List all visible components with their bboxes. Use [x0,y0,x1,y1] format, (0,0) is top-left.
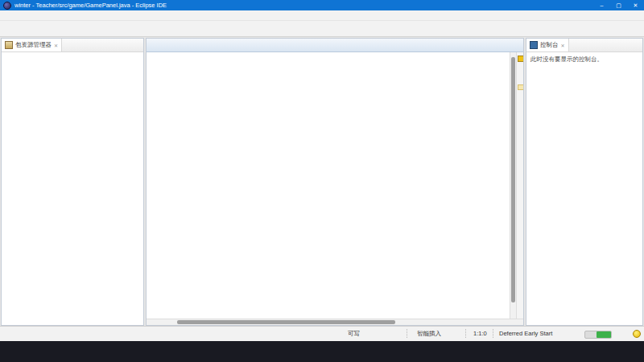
maximize-button[interactable]: ▢ [610,0,627,10]
package-explorer-view: 包资源管理器 ✕ [1,38,144,326]
console-view: 控制台 ✕ 此时没有要显示的控制台。 [526,38,643,326]
status-bar: 可写 智能插入 1:1:0 Deferred Early Start [0,326,644,341]
lightbulb-icon[interactable] [633,330,641,338]
insert-mode-status: 智能插入 [417,330,441,338]
toolbar [0,21,644,37]
status-separator [407,329,407,338]
job-status: Deferred Early Start [499,330,552,337]
minimize-button[interactable]: – [593,0,610,10]
package-explorer-icon [5,41,13,49]
tab-console[interactable]: 控制台 ✕ [526,39,569,51]
console-message: 此时没有要显示的控制台。 [526,52,642,64]
project-tree [2,52,143,54]
status-separator [493,329,493,338]
desktop: winter - Teacher/src/game/GamePanel.java… [0,0,644,362]
workbench: 包资源管理器 ✕ 控制台 [0,37,644,326]
status-separator [465,329,466,338]
menu-bar [0,10,644,21]
occurrence-marker[interactable] [518,84,523,90]
job-progress-bar [584,331,612,339]
console-header: 控制台 ✕ [526,39,642,52]
warning-marker[interactable] [518,56,523,62]
window-title: winter - Teacher/src/game/GamePanel.java… [14,2,593,9]
tab-package-explorer[interactable]: 包资源管理器 ✕ [2,39,62,51]
horizontal-scrollbar-thumb[interactable] [177,320,395,324]
horizontal-scrollbar[interactable] [147,319,523,325]
taskbar [0,341,644,362]
editor-tab-bar [147,39,523,52]
title-bar: winter - Teacher/src/game/GamePanel.java… [0,0,644,10]
editor-body [147,52,523,319]
close-icon[interactable]: ✕ [54,43,58,48]
code-area[interactable] [147,52,510,319]
cursor-position: 1:1:0 [473,330,487,337]
vertical-scrollbar-thumb[interactable] [511,57,515,302]
vertical-scrollbar[interactable] [510,52,516,319]
package-explorer-title: 包资源管理器 [15,41,52,49]
close-icon[interactable]: ✕ [561,43,565,48]
editor-area [146,38,524,326]
job-progress-fill [597,331,611,338]
package-explorer-header: 包资源管理器 ✕ [2,39,143,52]
console-icon [530,41,538,49]
overview-ruler[interactable] [516,52,523,319]
close-button[interactable]: ✕ [627,0,644,10]
eclipse-logo-icon [3,2,11,10]
console-title: 控制台 [540,41,559,49]
writable-status: 可写 [348,330,360,338]
